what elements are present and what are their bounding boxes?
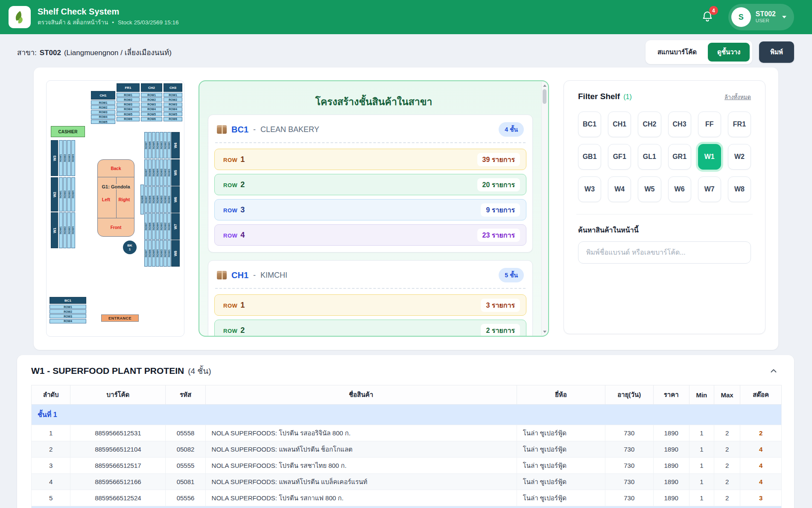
table-cell: โนล่า ซูเปอร์ฟู้ด: [517, 425, 605, 441]
map-row-strip: ROW1: [167, 186, 171, 213]
user-menu-button[interactable]: S ST002 USER: [728, 4, 794, 30]
shelf-section-card: CH1-KIMCHI5 ชั้นROW13 รายการROW22 รายการ…: [208, 260, 533, 337]
clear-all-link[interactable]: ล้างทั้งหมด: [724, 93, 751, 102]
table-cell: 1890: [653, 490, 689, 506]
map-block-header: W7: [171, 213, 180, 240]
column-header: ลำดับ: [32, 385, 70, 405]
map-block-header: W8: [171, 240, 180, 267]
table-cell: 8859566512531: [70, 425, 166, 441]
map-row-strip: ROW1: [167, 240, 171, 267]
shelf-row[interactable]: ROW39 รายการ: [214, 199, 526, 220]
filter-shelf-w1[interactable]: W1: [698, 144, 721, 170]
map-row-strip: ROW5: [152, 186, 155, 213]
row-item-count: 9 รายการ: [481, 203, 520, 217]
shelf-row[interactable]: ROW139 รายการ: [214, 149, 526, 170]
gondola-back: Back: [98, 160, 134, 177]
filter-shelf-ch2[interactable]: CH2: [638, 112, 661, 137]
filter-shelf-w8[interactable]: W8: [728, 176, 751, 202]
table-cell: โนล่า ซูเปอร์ฟู้ด: [517, 474, 605, 490]
shelf-row[interactable]: ROW22 รายการ: [214, 320, 526, 337]
store-map-panel: CH1ROW1ROW2ROW3ROW4ROW5FR1ROW1ROW2ROW3RO…: [46, 80, 184, 337]
filter-shelf-gr1[interactable]: GR1: [668, 144, 691, 170]
filter-shelf-bc1[interactable]: BC1: [578, 112, 601, 137]
avatar: S: [731, 7, 751, 27]
filter-shelf-w4[interactable]: W4: [608, 176, 631, 202]
filter-shelf-ch3[interactable]: CH3: [668, 112, 691, 137]
table-cell: 8859566512517: [70, 458, 166, 474]
table-cell: 1: [689, 474, 714, 490]
search-label: ค้นหาสินค้าในหน้านี้: [578, 225, 751, 235]
section-dash: -: [253, 271, 256, 280]
map-row-strip: ROW2: [164, 132, 167, 159]
map-row-cell: ROW5: [164, 112, 182, 116]
filter-shelf-ch1[interactable]: CH1: [608, 112, 631, 137]
map-row-cell: ROW6: [141, 117, 162, 121]
shelf-row[interactable]: ROW220 รายการ: [214, 174, 526, 195]
map-row-strip: ROW7: [144, 186, 148, 213]
map-row-strip: ROW2: [63, 212, 67, 248]
map-row-cell: ROW6: [164, 117, 182, 121]
map-row-strip: ROW3: [160, 159, 163, 186]
map-row-strip: ROW5: [152, 240, 155, 267]
column-header: ชื่อสินค้า: [205, 385, 517, 405]
scrollbar-thumb[interactable]: [543, 89, 546, 104]
scroll-up-arrow-icon[interactable]: [542, 82, 548, 88]
search-input[interactable]: [578, 241, 751, 264]
table-cell: 1: [689, 458, 714, 474]
filter-shelf-w5[interactable]: W5: [638, 176, 661, 202]
map-block-header: W4: [171, 132, 180, 159]
notification-bell-button[interactable]: 4: [701, 10, 714, 24]
table-cell: 1: [689, 490, 714, 506]
table-cell: 2: [714, 474, 740, 490]
filter-shelf-gf1[interactable]: GF1: [608, 144, 631, 170]
filter-shelf-gl1[interactable]: GL1: [638, 144, 661, 170]
print-button[interactable]: พิมพ์: [759, 41, 794, 63]
shelf-row[interactable]: ROW423 รายการ: [214, 224, 526, 246]
shelf-section-card: BC1-CLEAN BAKERY4 ชั้นROW139 รายการROW22…: [208, 115, 533, 253]
row-item-count: 39 รายการ: [477, 153, 520, 166]
map-cashier: CASHIER: [51, 126, 85, 137]
shelf-row[interactable]: ROW13 รายการ: [214, 294, 526, 316]
filter-shelf-w2[interactable]: W2: [728, 144, 751, 170]
user-role: USER: [756, 18, 776, 23]
map-row-cell: ROW4: [141, 107, 162, 112]
filter-shelf-grid: BC1CH1CH2CH3FFFR1GB1GF1GL1GR1W1W2W3W4W5W…: [578, 112, 751, 202]
map-row-cell: ROW1: [164, 93, 182, 97]
map-block-header: CH2: [141, 83, 162, 92]
branch-label: สาขา:: [17, 47, 37, 58]
map-row-cell: ROW5: [141, 112, 162, 116]
table-title-suffix: (4 ชั้น): [188, 364, 211, 377]
scan-barcode-button[interactable]: สแกนบาร์โค้ด: [648, 43, 706, 61]
shelf-view-button[interactable]: ดูชั้นวาง: [708, 43, 750, 62]
view-toggle-group: สแกนบาร์โค้ด ดูชั้นวาง: [646, 40, 752, 64]
table-cell: 730: [605, 425, 653, 441]
map-block-header: W6: [171, 186, 180, 213]
app-title: Shelf Check System: [38, 7, 179, 16]
scrollbar[interactable]: [541, 82, 548, 335]
map-bk-circle: BK1: [123, 241, 137, 254]
map-row-cell: ROW6: [117, 117, 140, 121]
filter-shelf-ff[interactable]: FF: [698, 112, 721, 137]
filter-shelf-w6[interactable]: W6: [668, 176, 691, 202]
table-cell: 2: [740, 425, 782, 441]
map-block-header: W1: [51, 212, 58, 248]
collapse-button[interactable]: [767, 364, 780, 377]
map-row-strip: ROW5: [152, 213, 155, 240]
table-cell: 730: [605, 474, 653, 490]
table-row: 5885956651252405556NOLA SUPERFOODS: โปรต…: [32, 490, 782, 506]
map-row-strip: ROW4: [71, 212, 75, 248]
table-row: 4885956651216605081NOLA SUPERFOODS: แพลน…: [32, 474, 782, 490]
scroll-down-arrow-icon[interactable]: [542, 329, 548, 335]
map-row-strip: ROW2: [164, 240, 167, 267]
table-cell: 730: [605, 490, 653, 506]
filter-shelf-w3[interactable]: W3: [578, 176, 601, 202]
filter-shelf-fr1[interactable]: FR1: [728, 112, 751, 137]
map-row-strip: ROW5: [152, 159, 155, 186]
column-header: บาร์โค้ด: [70, 385, 166, 405]
table-row: 1885956651253105558NOLA SUPERFOODS: โปรต…: [32, 425, 782, 441]
filter-shelf-w7[interactable]: W7: [698, 176, 721, 202]
table-cell: 2: [714, 490, 740, 506]
package-icon: [217, 271, 227, 279]
row-item-count: 2 รายการ: [481, 324, 520, 337]
filter-shelf-gb1[interactable]: GB1: [578, 144, 601, 170]
